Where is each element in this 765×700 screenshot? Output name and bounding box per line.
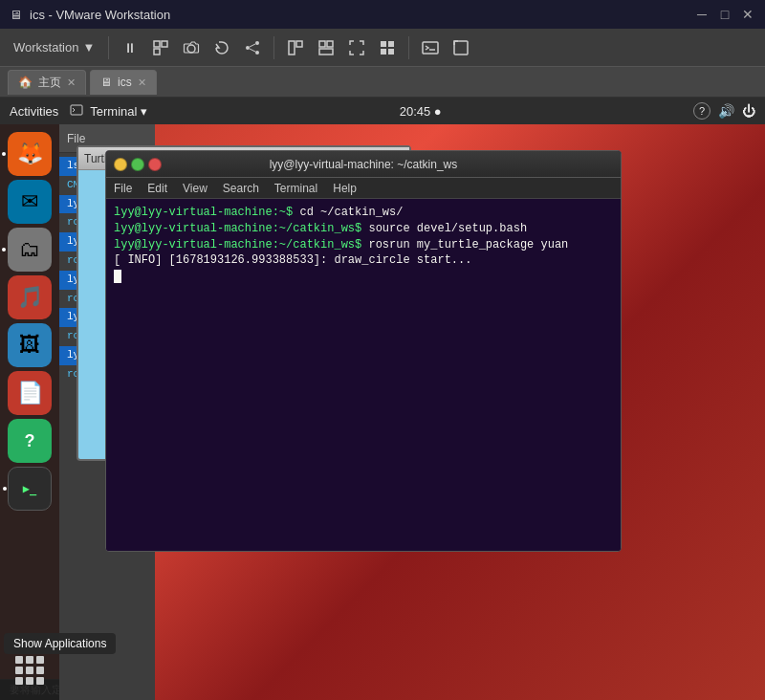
svg-rect-10 [296, 41, 302, 47]
dock-rhythmbox[interactable]: 🎵 [8, 275, 52, 319]
fullscreen-button[interactable] [343, 34, 370, 61]
maximize-button[interactable]: □ [717, 7, 732, 22]
gnome-top-bar: Activities Terminal ▾ 20:45 ● ? 🔊 ⏻ [0, 98, 765, 124]
terminal-maximize[interactable] [131, 158, 144, 171]
pause-button[interactable]: ⏸ [117, 34, 143, 61]
terminal-line-2: lyy@lyy-virtual-machine:~/catkin_ws$ sou… [114, 221, 613, 237]
svg-rect-2 [154, 49, 160, 55]
view-button[interactable] [282, 34, 309, 61]
toolbar-btn-2[interactable] [147, 34, 174, 61]
svg-point-3 [187, 45, 195, 53]
svg-rect-0 [154, 41, 160, 47]
dock-files[interactable]: 🗂 [8, 228, 52, 272]
menu-view[interactable]: View [183, 182, 208, 195]
terminal-content[interactable]: lyy@lyy-virtual-machine:~$ cd ~/catkin_w… [106, 199, 621, 551]
terminal-line-3: lyy@lyy-virtual-machine:~/catkin_ws$ ros… [114, 237, 613, 253]
fit-button[interactable] [448, 34, 474, 61]
window-title: ics - VMware Workstation [30, 8, 170, 22]
svg-rect-20 [454, 41, 468, 55]
terminal-cursor [114, 270, 121, 283]
title-bar: 🖥 ics - VMware Workstation ─ □ ✕ [0, 0, 765, 29]
revert-button[interactable] [208, 34, 235, 61]
terminal-menu[interactable]: Terminal ▾ [70, 104, 147, 119]
ubuntu-dock: 🦊 ✉ 🗂 🎵 🖼 📄 ? ▶_ [0, 124, 59, 700]
svg-line-7 [250, 44, 255, 47]
snapshot-button[interactable] [178, 34, 205, 61]
dock-firefox[interactable]: 🦊 [8, 132, 52, 176]
split-button[interactable] [313, 34, 339, 61]
tab-bar: 🏠 主页 ✕ 🖥 ics ✕ [0, 67, 765, 98]
vm-area[interactable]: Activities Terminal ▾ 20:45 ● ? 🔊 ⏻ 🦊 ✉ … [0, 98, 765, 700]
volume-icon[interactable]: 🔊 [718, 103, 734, 119]
svg-rect-16 [381, 49, 386, 55]
menu-file[interactable]: File [114, 182, 132, 195]
dock-libreoffice[interactable]: 📄 [8, 371, 52, 415]
workstation-menu[interactable]: Workstation ▼ [8, 36, 100, 58]
vm-icon: 🖥 [100, 76, 112, 89]
svg-rect-11 [319, 41, 325, 47]
terminal-minimize[interactable] [114, 158, 127, 171]
svg-rect-1 [162, 41, 167, 47]
dock-help[interactable]: ? [8, 419, 52, 463]
home-icon: 🏠 [18, 76, 33, 89]
svg-point-6 [246, 46, 250, 50]
tab-ics[interactable]: 🖥 ics ✕ [90, 70, 157, 95]
vmware-toolbar: Workstation ▼ ⏸ [0, 29, 765, 67]
share-button[interactable] [239, 34, 266, 61]
help-icon[interactable]: ? [693, 102, 710, 120]
dock-show-applications[interactable] [8, 648, 52, 692]
clock: 20:45 ● [400, 104, 442, 119]
svg-line-8 [250, 49, 255, 52]
show-applications-tooltip: Show Applications [4, 633, 116, 654]
menu-terminal[interactable]: Terminal [274, 182, 317, 195]
menu-help[interactable]: Help [333, 182, 357, 195]
terminal-window[interactable]: lyy@lyy-virtual-machine: ~/catkin_ws Fil… [105, 150, 622, 552]
tab-home[interactable]: 🏠 主页 ✕ [8, 70, 86, 95]
terminal-menubar: File Edit View Search Terminal Help [106, 178, 621, 199]
power-icon[interactable]: ⏻ [742, 103, 755, 119]
terminal-line-1: lyy@lyy-virtual-machine:~$ cd ~/catkin_w… [114, 205, 613, 221]
minimize-button[interactable]: ─ [694, 7, 710, 22]
menu-edit[interactable]: Edit [147, 182, 167, 195]
app-icon: 🖥 [10, 8, 22, 22]
svg-rect-17 [388, 49, 394, 55]
svg-point-4 [255, 41, 259, 45]
svg-rect-18 [423, 42, 438, 54]
terminal-line-4: [ INFO] [1678193126.993388533]: draw_cir… [114, 252, 613, 269]
svg-point-5 [255, 51, 259, 55]
dock-terminal[interactable]: ▶_ [8, 467, 52, 511]
svg-rect-13 [319, 49, 333, 55]
console-button[interactable] [417, 34, 444, 61]
terminal-titlebar: lyy@lyy-virtual-machine: ~/catkin_ws [106, 151, 621, 178]
terminal-close[interactable] [148, 158, 162, 171]
close-tab-home[interactable]: ✕ [67, 77, 76, 89]
terminal-title: lyy@lyy-virtual-machine: ~/catkin_ws [162, 158, 565, 171]
svg-rect-21 [71, 105, 82, 115]
svg-rect-15 [388, 41, 394, 47]
dock-imageviewer[interactable]: 🖼 [8, 323, 52, 367]
close-tab-ics[interactable]: ✕ [138, 77, 146, 89]
svg-rect-9 [289, 41, 295, 55]
activities-button[interactable]: Activities [10, 104, 58, 119]
unity-button[interactable] [374, 34, 401, 61]
svg-rect-14 [381, 41, 386, 47]
menu-search[interactable]: Search [223, 182, 259, 195]
close-button[interactable]: ✕ [740, 7, 755, 22]
dock-thunderbird[interactable]: ✉ [8, 180, 52, 224]
terminal-cursor-line [114, 269, 613, 285]
svg-rect-12 [327, 41, 333, 47]
